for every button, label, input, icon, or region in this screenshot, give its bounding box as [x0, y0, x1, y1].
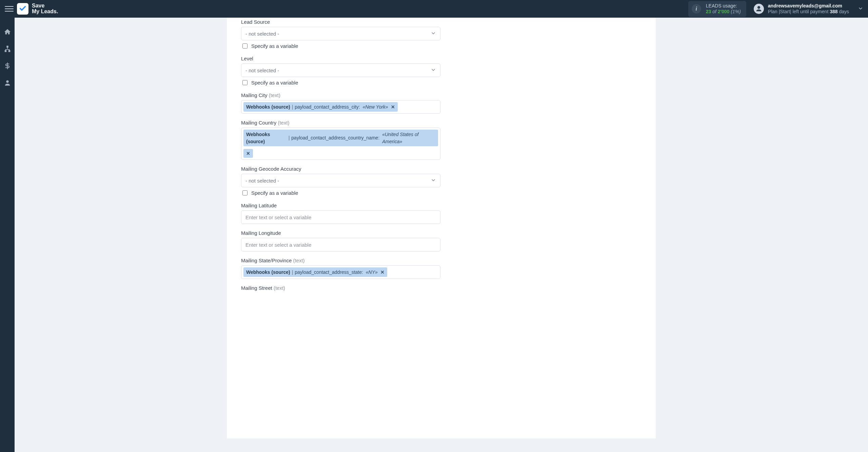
input-mailing-longitude[interactable]: Enter text or select a variable: [241, 238, 440, 251]
leads-of: of: [712, 9, 716, 14]
label-mailing-longitude: Mailing Longitude: [241, 230, 440, 236]
select-lead-source[interactable]: - not selected -: [241, 27, 440, 40]
token-path: payload_contact_address_country_name:: [291, 134, 379, 141]
select-mailing-geocode[interactable]: - not selected -: [241, 174, 440, 187]
page-content: Lead Source - not selected - Specify as …: [15, 18, 868, 452]
chevron-down-icon: [431, 67, 436, 74]
label-text: Mailing Street: [241, 285, 272, 291]
checkbox[interactable]: [242, 190, 248, 195]
leads-usage-badge: i LEADS usage: 23 of 2'000 (1%): [688, 1, 746, 17]
chevron-down-icon: [431, 177, 436, 184]
label-hint: (text): [293, 258, 304, 263]
select-value: - not selected -: [245, 31, 279, 37]
left-sidebar: [0, 18, 15, 452]
leads-total: 2'000: [718, 9, 729, 14]
variable-token: Webhooks (source) | payload_contact_addr…: [243, 102, 398, 112]
field-mailing-geocode: Mailing Geocode Accuracy - not selected …: [241, 166, 440, 196]
placeholder: Enter text or select a variable: [245, 242, 311, 248]
leads-pct: (1%): [731, 9, 741, 14]
checkbox-label: Specify as a variable: [251, 190, 298, 196]
brand-line1: Save: [32, 3, 58, 9]
select-value: - not selected -: [245, 178, 279, 184]
label-mailing-latitude: Mailing Latitude: [241, 203, 440, 208]
input-mailing-country[interactable]: Webhooks (source) | payload_contact_addr…: [241, 128, 440, 160]
variable-token: Webhooks (source) | payload_contact_addr…: [243, 267, 387, 277]
label-lead-source: Lead Source: [241, 19, 440, 25]
account-menu[interactable]: andrewsavemyleads@gmail.com Plan |Start|…: [754, 3, 863, 15]
field-mailing-longitude: Mailing Longitude Enter text or select a…: [241, 230, 440, 251]
account-text: andrewsavemyleads@gmail.com Plan |Start|…: [768, 3, 849, 15]
select-level[interactable]: - not selected -: [241, 63, 440, 77]
field-mailing-state: Mailing State/Province (text) Webhooks (…: [241, 258, 440, 279]
label-mailing-city: Mailing City (text): [241, 92, 440, 98]
leads-usage-label: LEADS usage:: [706, 3, 741, 9]
label-mailing-street: Mailing Street (text): [241, 285, 440, 291]
input-mailing-city[interactable]: Webhooks (source) | payload_contact_addr…: [241, 100, 440, 114]
checkbox[interactable]: [242, 43, 248, 49]
label-hint: (text): [278, 120, 289, 126]
label-mailing-geocode: Mailing Geocode Accuracy: [241, 166, 440, 172]
label-level: Level: [241, 56, 440, 61]
app-header: Save My Leads. i LEADS usage: 23 of 2'00…: [0, 0, 868, 18]
variable-token: Webhooks (source) | payload_contact_addr…: [243, 130, 438, 146]
leads-used: 23: [706, 9, 711, 14]
hamburger-menu-button[interactable]: [5, 4, 14, 13]
placeholder: Enter text or select a variable: [245, 214, 311, 220]
plan-days: 388: [830, 9, 837, 14]
label-text: Mailing City: [241, 92, 268, 98]
field-lead-source: Lead Source - not selected - Specify as …: [241, 19, 440, 50]
specify-variable-lead-source[interactable]: Specify as a variable: [241, 42, 440, 50]
specify-variable-geocode[interactable]: Specify as a variable: [241, 189, 440, 196]
label-mailing-state: Mailing State/Province (text): [241, 258, 440, 263]
token-source: Webhooks (source): [246, 103, 290, 110]
label-hint: (text): [269, 92, 280, 98]
field-mailing-latitude: Mailing Latitude Enter text or select a …: [241, 203, 440, 224]
info-icon: i: [692, 4, 701, 14]
token-value: «NY»: [366, 269, 378, 276]
label-text: Mailing State/Province: [241, 258, 292, 263]
billing-icon[interactable]: [3, 62, 12, 70]
input-mailing-latitude[interactable]: Enter text or select a variable: [241, 210, 440, 224]
field-mailing-country: Mailing Country (text) Webhooks (source)…: [241, 120, 440, 160]
token-source: Webhooks (source): [246, 131, 287, 145]
field-mailing-street: Mailing Street (text): [241, 285, 440, 291]
account-plan: Plan |Start| left until payment 388 days: [768, 9, 849, 15]
plan-suffix: days: [838, 9, 849, 14]
label-hint: (text): [274, 285, 285, 291]
plan-prefix: Plan |Start| left until payment: [768, 9, 830, 14]
token-value: «United States of America»: [382, 131, 435, 145]
checkmark-icon: [19, 5, 26, 13]
field-mailing-city: Mailing City (text) Webhooks (source) | …: [241, 92, 440, 114]
specify-variable-level[interactable]: Specify as a variable: [241, 79, 440, 86]
home-icon[interactable]: [3, 28, 12, 36]
avatar-icon: [754, 4, 764, 14]
app-logo[interactable]: [17, 3, 28, 15]
brand-line2: My Leads.: [32, 9, 58, 15]
brand-name: Save My Leads.: [32, 3, 58, 15]
label-mailing-country: Mailing Country (text): [241, 120, 440, 126]
checkbox[interactable]: [242, 80, 248, 85]
field-level: Level - not selected - Specify as a vari…: [241, 56, 440, 86]
form-card: Lead Source - not selected - Specify as …: [227, 18, 656, 438]
token-path: payload_contact_address_state:: [295, 269, 363, 276]
token-path: payload_contact_address_city:: [295, 103, 360, 110]
input-mailing-state[interactable]: Webhooks (source) | payload_contact_addr…: [241, 265, 440, 279]
checkbox-label: Specify as a variable: [251, 43, 298, 49]
leads-usage-value: 23 of 2'000 (1%): [706, 9, 741, 15]
select-value: - not selected -: [245, 68, 279, 73]
svg-point-0: [6, 80, 8, 83]
chevron-down-icon: [431, 31, 436, 37]
remove-token-button[interactable]: ✕: [391, 103, 395, 110]
label-text: Mailing Country: [241, 120, 276, 126]
remove-token-button[interactable]: ✕: [380, 269, 384, 276]
sitemap-icon[interactable]: [3, 45, 12, 53]
checkbox-label: Specify as a variable: [251, 80, 298, 86]
account-email: andrewsavemyleads@gmail.com: [768, 3, 849, 9]
remove-token-button[interactable]: ✕: [243, 149, 253, 158]
token-value: «New York»: [362, 103, 388, 110]
token-source: Webhooks (source): [246, 269, 290, 276]
chevron-down-icon: [858, 6, 863, 12]
profile-icon[interactable]: [3, 79, 12, 87]
